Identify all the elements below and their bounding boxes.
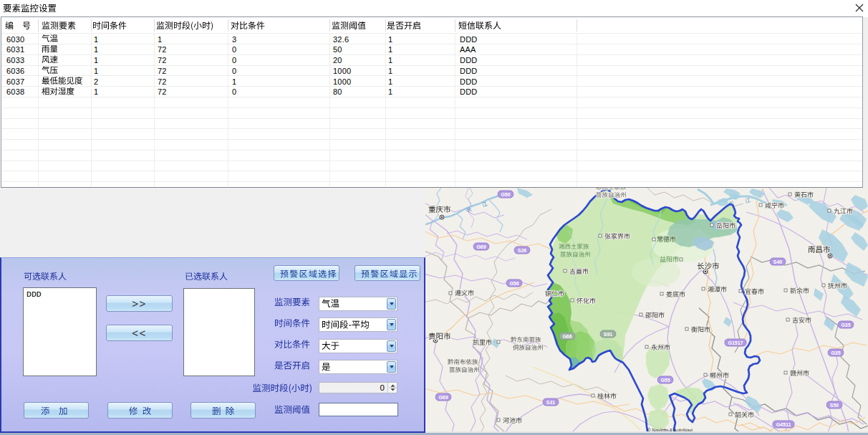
svg-text:G4511: G4511: [776, 422, 791, 427]
svg-text:G66: G66: [562, 334, 572, 339]
svg-text:G55: G55: [660, 378, 670, 383]
svg-text:G1517: G1517: [728, 340, 743, 345]
svg-text:S91: S91: [604, 332, 613, 337]
svg-text:G35: G35: [831, 350, 840, 355]
svg-text:G56: G56: [509, 281, 519, 286]
svg-text:G50: G50: [501, 192, 510, 197]
svg-text:S26: S26: [518, 248, 527, 253]
svg-text:S40: S40: [773, 259, 783, 264]
svg-text:S31: S31: [546, 400, 556, 405]
svg-text:S50: S50: [830, 403, 839, 408]
svg-text:G35: G35: [841, 322, 850, 328]
svg-text:G69: G69: [476, 244, 486, 249]
svg-text:G69: G69: [438, 395, 448, 400]
